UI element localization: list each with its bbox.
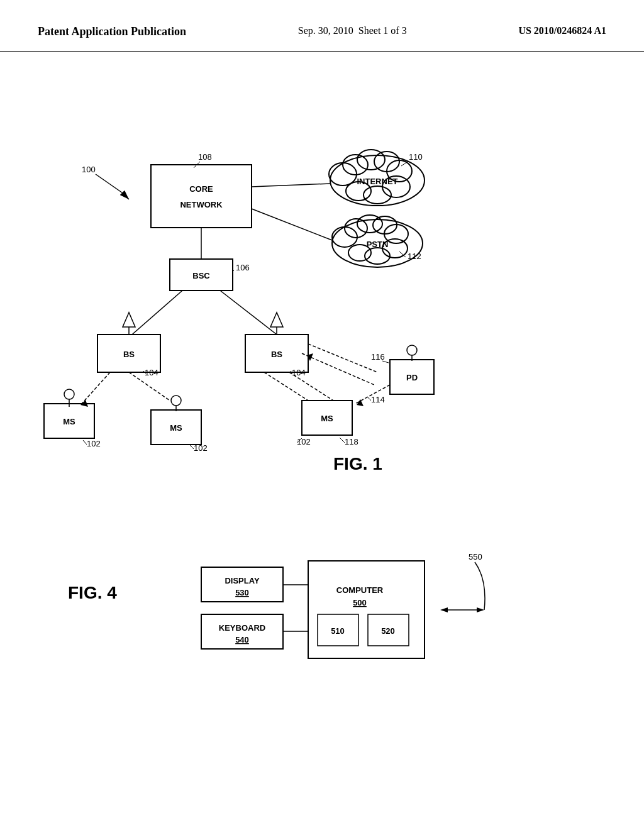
bs-right-pd-line2 <box>308 344 377 372</box>
internet-label: INTERNET <box>357 177 398 186</box>
ref-102-right: 102 <box>297 437 311 446</box>
ref-118: 118 <box>345 437 358 446</box>
fig4-label: FIG. 4 <box>68 583 117 602</box>
display-label: DISPLAY <box>225 576 259 585</box>
keyboard-label: KEYBOARD <box>219 623 265 633</box>
core-network-label2: NETWORK <box>180 200 223 209</box>
box-520-label: 520 <box>381 626 395 636</box>
bs-right-pd-line1 <box>302 353 374 385</box>
bsc-bs-left-line <box>132 290 182 335</box>
ms-left-person <box>64 389 74 399</box>
fig1-label: FIG. 1 <box>333 454 382 473</box>
pstn-label: PSTN <box>367 240 389 249</box>
arrow-right-550 <box>477 607 484 612</box>
svg-line-11 <box>401 162 408 166</box>
svg-point-18 <box>365 248 390 264</box>
patent-number: US 2010/0246824 A1 <box>518 25 606 36</box>
ref-550: 550 <box>469 552 482 562</box>
ref-100: 100 <box>82 165 96 174</box>
ms-right-label: MS <box>321 414 333 423</box>
bs-left-antenna <box>123 313 135 327</box>
computer-ref: 500 <box>353 598 367 607</box>
svg-line-0 <box>96 174 123 193</box>
cn-internet-line <box>252 184 330 187</box>
display-ref: 530 <box>235 588 249 597</box>
publication-title: Patent Application Publication <box>38 25 186 38</box>
ref-106: 106 <box>236 263 250 272</box>
cn-pstn-line <box>252 209 332 240</box>
svg-line-1 <box>123 193 129 199</box>
ms-center-person <box>171 396 181 406</box>
ref-104-right: 104 <box>292 368 306 377</box>
bs-left-ms-line1 <box>82 372 110 404</box>
bsc-label: BSC <box>192 271 210 280</box>
ref-112: 112 <box>408 252 421 261</box>
ref-102-center: 102 <box>194 443 208 453</box>
ref-104-left: 104 <box>145 368 158 377</box>
ref-108: 108 <box>198 152 212 162</box>
core-network-label: CORE <box>189 184 213 194</box>
ms-left-label: MS <box>63 417 75 426</box>
core-network-box <box>151 165 252 228</box>
pd-label: PD <box>406 373 418 382</box>
bs-right-label: BS <box>271 350 282 359</box>
keyboard-ref: 540 <box>235 635 249 645</box>
ref550-curve <box>475 562 485 610</box>
publication-date: Sep. 30, 2010 Sheet 1 of 3 <box>298 25 407 36</box>
bs-left-label: BS <box>123 350 135 359</box>
bs-right-antenna <box>270 313 283 327</box>
diagrams-area: 100 CORE NETWORK 108 INTERNET 110 PSTN 1… <box>0 52 644 830</box>
arrow-left-550 <box>440 607 448 612</box>
ms-center-label: MS <box>170 423 182 433</box>
computer-label: COMPUTER <box>336 585 384 595</box>
page-header: Patent Application Publication Sep. 30, … <box>0 0 644 52</box>
ref-110: 110 <box>409 152 423 162</box>
svg-line-31 <box>340 438 345 443</box>
bs-right-ms-line2 <box>289 372 333 401</box>
computer-box <box>308 561 425 658</box>
ref-114: 114 <box>371 395 385 404</box>
box-510-label: 510 <box>331 626 345 636</box>
svg-line-33 <box>382 361 389 363</box>
ref-102-left: 102 <box>87 439 101 448</box>
ref-116: 116 <box>371 352 385 362</box>
pd-person <box>407 345 417 355</box>
bsc-bs-right-line <box>220 290 277 335</box>
